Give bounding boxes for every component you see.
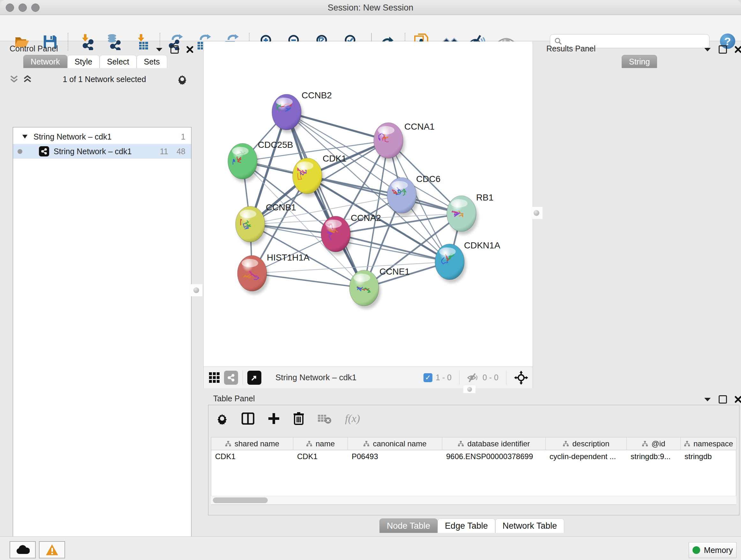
- table-cell[interactable]: P06493: [348, 450, 442, 463]
- network-edge[interactable]: [252, 273, 364, 288]
- panel-menu-icon[interactable]: [704, 47, 711, 52]
- network-edge-count: 48: [177, 147, 185, 156]
- network-row-selected[interactable]: String Network – cdk1 11 48: [13, 144, 191, 159]
- results-panel: Results Panel String Expand All Collapse…: [539, 42, 741, 382]
- panel-menu-icon[interactable]: [156, 47, 163, 52]
- column-header-canonical-name[interactable]: canonical name: [348, 437, 442, 450]
- table-cell[interactable]: 9606.ENSP00000378699: [442, 450, 546, 463]
- table-options-gear-icon[interactable]: [216, 413, 228, 425]
- network-label: String Network – cdk1: [54, 147, 132, 156]
- network-selection-status: 1 of 1 Network selected: [32, 75, 177, 84]
- scrollbar-thumb[interactable]: [213, 497, 268, 503]
- column-header--id[interactable]: @id: [627, 437, 681, 450]
- node-label: CDC25B: [258, 140, 293, 150]
- tab-edge-table[interactable]: Edge Table: [437, 518, 495, 533]
- collection-expander-icon[interactable]: [22, 134, 28, 139]
- delete-table-icon[interactable]: [318, 413, 332, 424]
- column-type-icon: [458, 441, 464, 447]
- close-panel-icon[interactable]: [186, 46, 193, 53]
- memory-status-dot: [692, 546, 700, 554]
- table-cell[interactable]: stringdb:9...: [627, 450, 681, 463]
- function-builder-icon[interactable]: f(x): [345, 413, 360, 425]
- node-label: HIST1H1A: [267, 253, 310, 262]
- splitter-handle[interactable]: [463, 385, 475, 393]
- tab-network-table[interactable]: Network Table: [495, 518, 564, 533]
- column-type-icon: [684, 441, 690, 447]
- close-panel-icon[interactable]: [735, 46, 741, 53]
- column-type-icon: [562, 441, 569, 447]
- network-collection-row[interactable]: String Network – cdk1 1: [13, 129, 191, 144]
- float-panel-icon[interactable]: [719, 45, 727, 54]
- main-toolbar: ?: [0, 15, 741, 41]
- node-label: CDK1: [323, 153, 347, 164]
- table-panel: Table Panel f(x) shared nameCDK1nameCDK1…: [206, 392, 741, 537]
- table-cell[interactable]: CDK1: [211, 450, 293, 463]
- detach-view-icon[interactable]: [247, 371, 261, 385]
- tab-network[interactable]: Network: [23, 55, 67, 68]
- delete-column-icon[interactable]: [293, 412, 304, 425]
- title-bar: Session: New Session: [0, 0, 741, 15]
- node-label: CDC6: [416, 174, 441, 184]
- node-label: CCNB2: [301, 90, 332, 100]
- network-canvas[interactable]: CCNB2CCNA1CDC25BCDK1CDC6RB1CCNB1CCNA2CDK…: [204, 42, 530, 367]
- cytoscape-window: Session: New Session: [0, 0, 741, 560]
- splitter-handle[interactable]: [190, 284, 202, 296]
- view-indicator-dot: [17, 149, 22, 154]
- float-panel-icon[interactable]: [719, 395, 727, 403]
- collapse-all-icon[interactable]: [10, 75, 18, 83]
- node-label: CCNA2: [351, 213, 381, 223]
- column-header-name[interactable]: name: [293, 437, 348, 450]
- control-panel: Control Panel NetworkStyleSelectSets 1 o…: [3, 42, 189, 521]
- node-label: CDKN1A: [464, 240, 500, 250]
- selected-checkbox-icon[interactable]: ✓: [423, 373, 432, 382]
- tab-sets[interactable]: Sets: [137, 55, 167, 68]
- column-header-shared-name[interactable]: shared name: [211, 437, 293, 450]
- table-horizontal-scrollbar[interactable]: [211, 496, 736, 504]
- cloud-status-button[interactable]: [10, 541, 36, 558]
- network-view-panel: CCNB2CCNA1CDC25BCDK1CDC6RB1CCNB1CCNA2CDK…: [203, 42, 533, 388]
- column-header-database-identifier[interactable]: database identifier: [442, 437, 546, 450]
- selected-counts: 1 - 0: [435, 373, 452, 382]
- table-cell[interactable]: CDK1: [293, 450, 348, 463]
- column-type-icon: [642, 441, 648, 447]
- table-cell[interactable]: stringdb: [681, 450, 737, 463]
- node-label: CCNA1: [404, 122, 434, 132]
- cloud-icon: [16, 545, 30, 555]
- tab-select[interactable]: Select: [99, 55, 136, 68]
- tab-node-table[interactable]: Node Table: [380, 518, 437, 533]
- column-type-icon: [306, 441, 313, 447]
- column-header-description[interactable]: description: [546, 437, 627, 450]
- table-cell[interactable]: cyclin-dependent ...: [546, 450, 627, 463]
- window-title: Session: New Session: [0, 3, 741, 13]
- node-label: RB1: [476, 192, 493, 202]
- results-panel-title: Results Panel: [546, 44, 596, 53]
- warnings-button[interactable]: [39, 541, 65, 558]
- control-panel-title: Control Panel: [10, 44, 58, 53]
- string-tab-icon[interactable]: [224, 371, 238, 385]
- tab-string[interactable]: String: [622, 55, 657, 68]
- memory-button[interactable]: Memory: [689, 542, 737, 558]
- warning-icon: [45, 544, 59, 556]
- network-view-toolbar: String Network – cdk1 ✓ 1 - 0 0 - 0: [204, 367, 533, 388]
- network-node-count: 11: [160, 147, 168, 156]
- table-panel-title: Table Panel: [213, 394, 255, 403]
- network-list: String Network – cdk1 1 String Network –…: [13, 127, 192, 560]
- birds-eye-view-icon[interactable]: [514, 371, 528, 385]
- expand-all-icon[interactable]: [23, 75, 32, 83]
- grid-view-icon[interactable]: [207, 371, 221, 385]
- column-type-icon: [225, 441, 231, 447]
- node-label: CCNE1: [380, 266, 410, 276]
- panel-menu-icon[interactable]: [704, 397, 711, 401]
- network-options-gear-icon[interactable]: [177, 74, 188, 84]
- network-view-title: String Network – cdk1: [275, 373, 356, 382]
- separator: [243, 371, 243, 385]
- show-columns-icon[interactable]: [242, 413, 254, 425]
- float-panel-icon[interactable]: [171, 45, 179, 54]
- node-table[interactable]: shared nameCDK1nameCDK1canonical nameP06…: [211, 437, 736, 505]
- splitter-handle[interactable]: [530, 207, 542, 219]
- tab-style[interactable]: Style: [67, 55, 100, 68]
- status-bar: Memory: [0, 537, 741, 560]
- close-panel-icon[interactable]: [735, 396, 741, 403]
- column-header-namespace[interactable]: namespace: [681, 437, 737, 450]
- create-column-icon[interactable]: [268, 413, 280, 425]
